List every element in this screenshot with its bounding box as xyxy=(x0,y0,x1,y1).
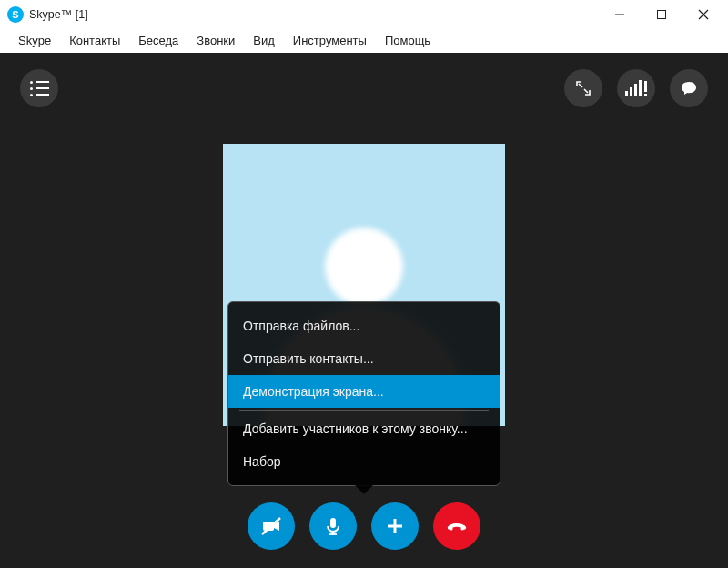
plus-popup-menu: Отправка файлов... Отправить контакты...… xyxy=(228,301,500,486)
recent-list-button[interactable] xyxy=(20,69,58,107)
window-title: Skype™ [1] xyxy=(29,8,88,21)
menu-bar: Skype Контакты Беседа Звонки Вид Инструм… xyxy=(0,29,728,53)
menu-calls[interactable]: Звонки xyxy=(187,31,244,50)
window-maximize-button[interactable] xyxy=(641,0,682,29)
svg-rect-6 xyxy=(330,518,336,528)
menu-help[interactable]: Помощь xyxy=(376,31,440,50)
plus-button[interactable] xyxy=(371,502,419,550)
svg-rect-1 xyxy=(658,11,666,19)
call-controls xyxy=(248,502,480,550)
top-right-buttons xyxy=(564,69,708,107)
popup-item-send-contacts[interactable]: Отправить контакты... xyxy=(228,342,500,375)
menu-chat[interactable]: Беседа xyxy=(129,31,187,50)
menu-skype[interactable]: Skype xyxy=(9,31,60,50)
window-close-button[interactable] xyxy=(682,0,724,29)
popup-item-add-participants[interactable]: Добавить участников к этому звонку... xyxy=(228,412,500,445)
toggle-camera-button[interactable] xyxy=(248,502,295,550)
window-minimize-button[interactable] xyxy=(599,0,641,29)
toggle-mic-button[interactable] xyxy=(309,502,357,550)
fullscreen-button[interactable] xyxy=(564,69,602,107)
menu-tools[interactable]: Инструменты xyxy=(284,31,376,50)
open-chat-button[interactable] xyxy=(670,69,708,107)
skype-app-icon: S xyxy=(7,6,24,23)
menu-contacts[interactable]: Контакты xyxy=(60,31,129,50)
list-icon xyxy=(30,81,49,96)
popup-item-share-screen[interactable]: Демонстрация экрана... xyxy=(228,375,500,408)
call-quality-button[interactable] xyxy=(617,69,655,107)
menu-view[interactable]: Вид xyxy=(244,31,284,50)
popup-separator xyxy=(239,410,489,411)
popup-item-send-files[interactable]: Отправка файлов... xyxy=(228,309,500,342)
window-titlebar: S Skype™ [1] xyxy=(0,0,728,29)
hangup-button[interactable] xyxy=(433,502,480,550)
call-area: Отправка файлов... Отправить контакты...… xyxy=(0,53,728,568)
popup-item-dialpad[interactable]: Набор xyxy=(228,445,500,478)
